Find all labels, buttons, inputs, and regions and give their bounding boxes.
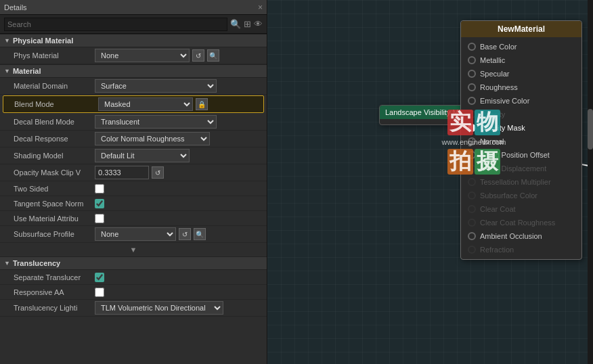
- nm-row-opacity-mask[interactable]: Opacity Mask: [461, 121, 581, 135]
- material-domain-label: Material Domain: [0, 82, 95, 90]
- blend-mode-row: Blend Mode Masked 🔒: [3, 95, 264, 113]
- two-sided-checkbox[interactable]: [95, 184, 104, 194]
- physical-material-section[interactable]: ▼ Physical Material: [0, 34, 267, 47]
- subsurface-profile-label: Subsurface Profile: [0, 230, 95, 238]
- responsive-aa-row: Responsive AA: [0, 285, 267, 300]
- decal-response-row: Decal Response Color Normal Roughness: [0, 131, 267, 147]
- section-arrow: ▼: [4, 37, 10, 44]
- subsurface-profile-row: Subsurface Profile None ↺ 🔍: [0, 226, 267, 243]
- separate-translucency-checkbox[interactable]: [95, 273, 104, 282]
- physical-material-label: Physical Material: [13, 37, 73, 45]
- search-icon[interactable]: 🔍: [230, 19, 241, 29]
- nm-label-specular: Specular: [480, 70, 509, 78]
- nm-pin-metallic: [468, 56, 476, 64]
- nm-row-metallic[interactable]: Metallic: [461, 53, 581, 67]
- scrollbar-thumb[interactable]: [588, 109, 593, 150]
- nm-label-subsurface: Subsurface Color: [480, 191, 537, 200]
- material-section[interactable]: ▼ Material: [0, 64, 267, 78]
- nm-row-base-color[interactable]: Base Color: [461, 40, 581, 53]
- use-material-value: [95, 214, 267, 223]
- lock-icon[interactable]: 🔒: [196, 98, 208, 110]
- nm-row-specular[interactable]: Specular: [461, 67, 581, 81]
- nm-row-emissive[interactable]: Emissive Color: [461, 94, 581, 108]
- reset-subsurface-icon[interactable]: ↺: [179, 228, 191, 240]
- shading-model-value: Default Lit: [95, 149, 267, 162]
- translucency-light-select[interactable]: TLM Volumetric Non Directional: [95, 301, 223, 315]
- reset-phys-icon[interactable]: ↺: [192, 49, 204, 62]
- nm-label-roughness: Roughness: [480, 83, 518, 91]
- tangent-space-label: Tangent Space Norm: [0, 200, 95, 208]
- decal-response-label: Decal Response: [0, 135, 95, 143]
- nm-label-tessellation: Tessellation Multiplier: [480, 178, 551, 186]
- nm-pin-ambient-occlusion: [468, 232, 476, 240]
- blend-mode-value: Masked 🔒: [98, 97, 263, 111]
- nm-label-emissive: Emissive Color: [480, 97, 529, 105]
- new-material-body: Base Color Metallic Specular Roughness E…: [461, 37, 581, 259]
- section-arrow-translucency: ▼: [4, 260, 10, 267]
- nm-label-clear-coat: Clear Coat: [480, 205, 516, 213]
- use-material-row: Use Material Attribu: [0, 211, 267, 226]
- responsive-aa-value: [95, 288, 267, 297]
- nm-label-refraction: Refraction: [480, 246, 514, 254]
- use-material-checkbox[interactable]: [95, 214, 104, 223]
- decal-blend-mode-select[interactable]: Translucent: [95, 115, 217, 129]
- nm-pin-specular: [468, 70, 476, 78]
- separate-translucency-value: [95, 273, 267, 282]
- decal-response-select[interactable]: Color Normal Roughness: [95, 132, 210, 145]
- opacity-mask-clip-input[interactable]: [95, 166, 149, 179]
- grid-icon[interactable]: ⊞: [244, 19, 251, 29]
- decal-blend-mode-row: Decal Blend Mode Translucent: [0, 114, 267, 131]
- nm-row-roughness[interactable]: Roughness: [461, 81, 581, 94]
- two-sided-value: [95, 184, 267, 194]
- nm-label-world-disp: World Displacement: [480, 164, 546, 173]
- panel-content: ▼ Physical Material Phys Material None ↺…: [0, 34, 267, 364]
- translucency-light-value: TLM Volumetric Non Directional: [95, 301, 267, 315]
- two-sided-row: Two Sided: [0, 181, 267, 196]
- search-subsurface-icon[interactable]: 🔍: [194, 228, 206, 240]
- nm-row-opacity: Opacity: [461, 108, 581, 121]
- node-editor[interactable]: Landscape Visibility Mask ▼ 实 物 www.engi…: [267, 0, 593, 364]
- nm-row-normal[interactable]: Normal: [461, 135, 581, 148]
- phys-material-select[interactable]: None: [95, 49, 190, 62]
- shading-model-select[interactable]: Default Lit: [95, 149, 190, 162]
- decal-blend-mode-value: Translucent: [95, 115, 267, 129]
- nm-row-world-pos[interactable]: World Position Offset: [461, 148, 581, 162]
- opacity-mask-clip-label: Opacity Mask Clip V: [0, 168, 95, 177]
- new-material-header: NewMaterial: [461, 21, 581, 37]
- search-phys-icon[interactable]: 🔍: [207, 49, 219, 62]
- material-domain-value: Surface: [95, 79, 267, 93]
- nm-pin-tessellation: [468, 178, 476, 186]
- nm-label-opacity-mask: Opacity Mask: [480, 124, 525, 132]
- scrollbar-track: [588, 0, 593, 364]
- nm-label-ambient-occlusion: Ambient Occlusion: [480, 232, 542, 240]
- nm-label-base-color: Base Color: [480, 43, 517, 51]
- translucency-section[interactable]: ▼ Translucency: [0, 256, 267, 270]
- phys-material-label: Phys Material: [0, 51, 95, 60]
- search-input[interactable]: [4, 18, 227, 31]
- material-domain-select[interactable]: Surface: [95, 79, 217, 93]
- nm-pin-opacity: [468, 110, 476, 118]
- subsurface-profile-select[interactable]: None: [95, 227, 176, 241]
- nm-pin-clear-coat: [468, 205, 476, 213]
- nm-pin-base-color: [468, 43, 476, 51]
- nm-row-ambient-occlusion[interactable]: Ambient Occlusion: [461, 229, 581, 243]
- blend-mode-select[interactable]: Masked: [98, 97, 193, 111]
- translucency-label: Translucency: [13, 259, 60, 267]
- responsive-aa-checkbox[interactable]: [95, 288, 104, 297]
- new-material-node[interactable]: NewMaterial Base Color Metallic Specular…: [460, 20, 582, 260]
- eye-icon[interactable]: 👁: [254, 19, 263, 29]
- expand-arrow[interactable]: ▼: [0, 243, 267, 256]
- close-icon[interactable]: ×: [258, 3, 263, 12]
- subsurface-profile-value: None ↺ 🔍: [95, 227, 267, 241]
- material-domain-row: Material Domain Surface: [0, 78, 267, 95]
- nm-label-opacity: Opacity: [480, 110, 505, 118]
- search-bar: 🔍 ⊞ 👁: [0, 15, 267, 34]
- translucency-light-label: Translucency Lighti: [0, 304, 95, 312]
- tangent-space-checkbox[interactable]: [95, 199, 104, 208]
- nm-pin-clear-coat-roughness: [468, 219, 476, 227]
- reset-opacity-icon[interactable]: ↺: [152, 166, 164, 179]
- details-panel: Details × 🔍 ⊞ 👁 ▼ Physical Material Phys…: [0, 0, 267, 364]
- section-arrow-material: ▼: [4, 68, 10, 74]
- nm-pin-emissive: [468, 97, 476, 105]
- material-label: Material: [13, 67, 41, 75]
